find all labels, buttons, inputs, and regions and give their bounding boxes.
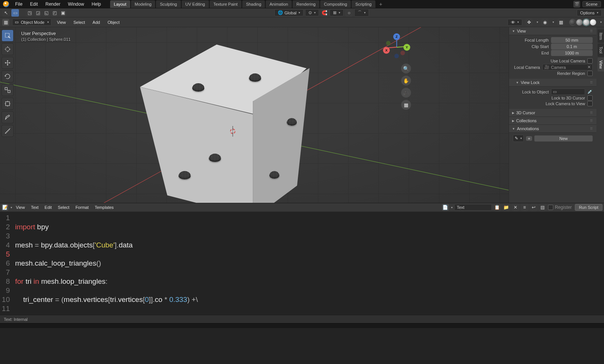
focal-length-field[interactable]: 50 mm bbox=[551, 37, 593, 43]
gizmo-neg-x[interactable] bbox=[400, 51, 405, 55]
select-box-tool[interactable] bbox=[2, 30, 14, 42]
clear-camera-icon[interactable]: ✕ bbox=[587, 65, 591, 70]
workspace-tab-shading[interactable]: Shading bbox=[242, 0, 265, 8]
workspace-tab-sculpting[interactable]: Sculpting bbox=[156, 0, 181, 8]
view3d-menu-add[interactable]: Add bbox=[90, 19, 103, 25]
uv-sphere-3[interactable] bbox=[209, 154, 221, 162]
snap-toggle-icon[interactable]: 🧲 bbox=[321, 9, 328, 17]
show-line-numbers-icon[interactable]: ≡ bbox=[521, 204, 528, 211]
text-menu-select[interactable]: Select bbox=[56, 204, 72, 210]
gizmo-neg-z[interactable] bbox=[394, 54, 399, 58]
workspace-tab-uv-editing[interactable]: UV Editing bbox=[182, 0, 209, 8]
xray-toggle-icon[interactable]: ▦ bbox=[557, 19, 565, 26]
overlay-toggle-icon[interactable]: ◉ bbox=[541, 19, 549, 26]
menu-window[interactable]: Window bbox=[64, 0, 88, 8]
perspective-toggle-icon[interactable]: ▦ bbox=[401, 100, 411, 110]
annotation-layer-dropdown[interactable]: ✎▾ bbox=[513, 135, 524, 142]
text-menu-view[interactable]: View bbox=[14, 204, 27, 210]
add-annotation-button[interactable]: + bbox=[526, 136, 532, 141]
shading-solid-icon[interactable] bbox=[576, 19, 583, 26]
select-box-tool-icon[interactable]: ▭ bbox=[11, 9, 19, 17]
uv-sphere-2[interactable] bbox=[249, 73, 261, 82]
pan-nav-icon[interactable]: ✋ bbox=[401, 76, 411, 86]
workspace-tab-compositing[interactable]: Compositing bbox=[320, 0, 351, 8]
new-annotation-button[interactable]: New bbox=[534, 135, 593, 142]
view3d-menu-object[interactable]: Object bbox=[105, 19, 122, 25]
pivot-point-dropdown[interactable]: ⊙▾ bbox=[305, 9, 319, 16]
view3d-menu-select[interactable]: Select bbox=[71, 19, 87, 25]
transform-orientation-dropdown[interactable]: 🌐 Global ▾ bbox=[274, 9, 304, 16]
shading-wireframe-icon[interactable] bbox=[569, 19, 576, 26]
cursor-3d-icon[interactable] bbox=[229, 127, 237, 135]
cursor3d-section-header[interactable]: ▶3D Cursor⠿ bbox=[509, 109, 596, 117]
transform-tool[interactable] bbox=[2, 98, 14, 110]
text-editor-code-area[interactable]: 1234567891011 import bpy mesh = bpy.data… bbox=[0, 212, 604, 315]
scene-browse-icon[interactable]: 🎬 bbox=[573, 1, 580, 8]
snap-dropdown[interactable]: ⊞▾ bbox=[330, 9, 344, 16]
annotations-section-header[interactable]: ▼Annotations⠿ bbox=[509, 125, 596, 133]
lock-3d-cursor-checkbox[interactable] bbox=[587, 95, 593, 101]
uv-sphere-6[interactable] bbox=[269, 171, 279, 179]
gizmo-y-axis[interactable]: Y bbox=[403, 44, 410, 51]
local-camera-field[interactable]: 🎥Camera✕ bbox=[542, 64, 593, 70]
view-section-header[interactable]: ▼View⠿ bbox=[509, 27, 596, 35]
proportional-falloff-dropdown[interactable]: ⌒▾ bbox=[354, 9, 369, 17]
workspace-tab-scripting[interactable]: Scripting bbox=[352, 0, 375, 8]
register-checkbox[interactable] bbox=[548, 205, 553, 210]
gizmo-neg-y[interactable] bbox=[386, 41, 391, 45]
workspace-tab-modeling[interactable]: Modeling bbox=[131, 0, 156, 8]
navigation-gizmo[interactable]: Z Y X bbox=[383, 33, 410, 61]
move-tool[interactable] bbox=[2, 57, 14, 69]
annotate-tool[interactable] bbox=[2, 111, 14, 123]
eyedropper-icon[interactable]: 💉 bbox=[587, 89, 593, 94]
visibility-dropdown[interactable]: 👁▾ bbox=[507, 19, 522, 26]
interaction-mode-dropdown[interactable]: ▭ Object Mode ▾ bbox=[12, 19, 51, 26]
text-datablock-name-field[interactable]: Text bbox=[454, 204, 492, 211]
scale-tool[interactable] bbox=[2, 84, 14, 96]
text-menu-text[interactable]: Text bbox=[29, 204, 41, 210]
zoom-nav-icon[interactable]: 🔍 bbox=[401, 64, 411, 73]
workspace-tab-layout[interactable]: Layout bbox=[110, 0, 130, 8]
select-mode-3[interactable]: ◱ bbox=[42, 9, 50, 17]
gizmo-x-axis[interactable]: X bbox=[383, 47, 390, 54]
npanel-tab-tool[interactable]: Tool bbox=[598, 44, 604, 56]
viewport-3d[interactable]: User Perspective (1) Collection | Sphere… bbox=[0, 27, 509, 203]
menu-file[interactable]: File bbox=[11, 0, 26, 8]
add-workspace-button[interactable]: + bbox=[376, 0, 385, 8]
use-local-camera-checkbox[interactable] bbox=[587, 58, 593, 64]
gizmo-z-axis[interactable]: Z bbox=[393, 33, 400, 40]
proportional-edit-icon[interactable]: ○ bbox=[345, 9, 353, 17]
select-mode-1[interactable]: ◳ bbox=[26, 9, 33, 17]
text-menu-edit[interactable]: Edit bbox=[42, 204, 54, 210]
render-region-checkbox[interactable] bbox=[587, 71, 593, 76]
npanel-tab-view[interactable]: View bbox=[598, 58, 604, 72]
shading-options-dropdown[interactable]: ▾ bbox=[600, 20, 602, 24]
options-dropdown[interactable]: Options▾ bbox=[577, 9, 602, 16]
lock-camera-view-checkbox[interactable] bbox=[587, 101, 593, 106]
run-script-button[interactable]: Run Script bbox=[575, 204, 602, 211]
editor-type-icon[interactable]: ▦ bbox=[2, 19, 9, 26]
uv-sphere-5[interactable] bbox=[287, 118, 297, 126]
clip-start-field[interactable]: 0.1 m bbox=[551, 44, 593, 50]
measure-tool[interactable] bbox=[2, 125, 14, 137]
text-datablock-icon[interactable]: 📄 bbox=[442, 204, 449, 211]
clip-end-field[interactable]: 1000 m bbox=[551, 50, 593, 56]
shading-matpreview-icon[interactable] bbox=[583, 19, 590, 26]
workspace-tab-rendering[interactable]: Rendering bbox=[293, 0, 319, 8]
lock-object-field[interactable]: ▭ bbox=[551, 89, 585, 95]
rotate-tool[interactable] bbox=[2, 70, 14, 82]
text-menu-templates[interactable]: Templates bbox=[92, 204, 116, 210]
npanel-tab-item[interactable]: Item bbox=[598, 30, 604, 43]
workspace-tab-texture-paint[interactable]: Texture Paint bbox=[210, 0, 241, 8]
cursor-tool-icon[interactable]: ↖ bbox=[2, 9, 10, 17]
cursor-tool[interactable] bbox=[2, 43, 14, 55]
cube-mesh[interactable] bbox=[136, 42, 310, 203]
workspace-tab-animation[interactable]: Animation bbox=[266, 0, 292, 8]
unlink-text-icon[interactable]: ✕ bbox=[512, 204, 519, 211]
menu-help[interactable]: Help bbox=[88, 0, 105, 8]
scene-name-field[interactable]: Scene bbox=[582, 1, 601, 7]
open-text-icon[interactable]: 📁 bbox=[503, 204, 510, 211]
text-editor-type-icon[interactable]: 📝 bbox=[2, 204, 8, 211]
uv-sphere-4[interactable] bbox=[179, 171, 191, 179]
view-lock-header[interactable]: ▼View Lock⠿ bbox=[509, 79, 596, 87]
